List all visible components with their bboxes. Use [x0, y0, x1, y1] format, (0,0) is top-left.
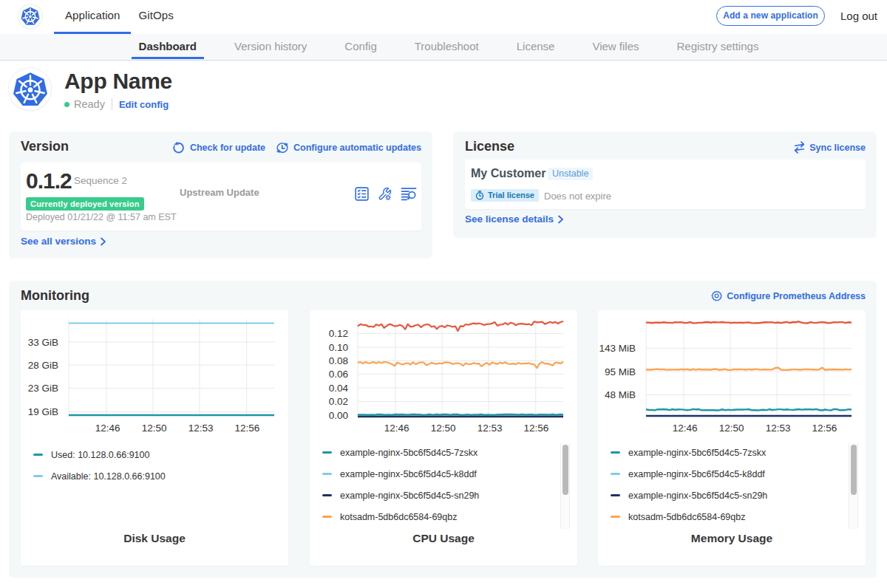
svg-text:0.00: 0.00	[329, 410, 348, 421]
svg-text:12:56: 12:56	[812, 423, 837, 434]
svg-text:0.02: 0.02	[329, 396, 348, 407]
svg-text:12:46: 12:46	[673, 423, 698, 434]
svg-text:95 MiB: 95 MiB	[605, 366, 636, 377]
svg-text:28 GiB: 28 GiB	[28, 360, 58, 371]
svg-text:12:50: 12:50	[142, 423, 167, 434]
svg-text:12:50: 12:50	[719, 423, 744, 434]
svg-text:23 GiB: 23 GiB	[28, 383, 58, 394]
svg-text:12:46: 12:46	[384, 423, 409, 434]
svg-text:48 MiB: 48 MiB	[605, 389, 636, 400]
svg-text:0.10: 0.10	[329, 342, 348, 353]
svg-text:33 GiB: 33 GiB	[28, 337, 58, 348]
svg-text:12:53: 12:53	[188, 423, 214, 434]
svg-text:12:53: 12:53	[478, 423, 503, 434]
svg-text:12:50: 12:50	[431, 423, 456, 434]
svg-text:0.06: 0.06	[329, 369, 348, 380]
svg-text:19 GiB: 19 GiB	[28, 406, 58, 417]
svg-text:143 MiB: 143 MiB	[599, 343, 636, 354]
svg-text:12:56: 12:56	[235, 423, 260, 434]
svg-text:12:46: 12:46	[95, 423, 120, 434]
svg-text:0.04: 0.04	[329, 383, 349, 394]
svg-text:0.12: 0.12	[329, 328, 348, 339]
svg-text:0.08: 0.08	[329, 355, 348, 366]
svg-text:12:56: 12:56	[524, 423, 549, 434]
svg-text:12:53: 12:53	[766, 423, 791, 434]
